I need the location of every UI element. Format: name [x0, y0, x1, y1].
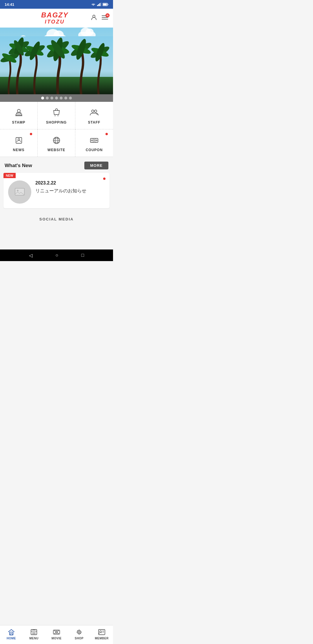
website-icon — [51, 135, 62, 146]
news-label: NEWS — [13, 148, 25, 152]
shopping-icon — [51, 108, 62, 118]
svg-point-39 — [94, 110, 97, 112]
slide-dot-7[interactable] — [69, 97, 72, 100]
svg-point-36 — [54, 115, 55, 116]
slide-dot-2[interactable] — [46, 97, 49, 100]
news-unread-dot — [103, 178, 105, 180]
news-card[interactable]: NEW 2023.2.22 リニューアルのお知らせ — [3, 173, 110, 208]
svg-rect-3 — [101, 3, 101, 6]
stamp-label: STAMP — [12, 120, 25, 124]
svg-point-38 — [92, 110, 94, 112]
svg-rect-6 — [103, 3, 107, 5]
coupon-icon — [89, 135, 99, 146]
slide-dot-5[interactable] — [60, 97, 63, 100]
slide-dot-3[interactable] — [50, 97, 53, 100]
staff-menu-item[interactable]: STAFF — [75, 102, 113, 129]
staff-label: STAFF — [88, 120, 101, 124]
stamp-menu-item[interactable]: STAMP — [0, 102, 38, 129]
palm-trees — [0, 36, 113, 94]
social-media-section: SOCIAL MEDIA — [0, 212, 113, 226]
svg-rect-2 — [99, 3, 100, 6]
svg-point-37 — [57, 115, 58, 116]
signal-icon — [97, 3, 101, 6]
svg-point-48 — [96, 140, 97, 141]
whats-new-title: What's New — [5, 163, 32, 169]
placeholder-image-icon — [14, 188, 25, 196]
svg-point-47 — [91, 140, 92, 141]
slide-dot-4[interactable] — [55, 97, 58, 100]
stamp-icon — [14, 108, 24, 118]
logo-bagzy: BAGZY — [41, 11, 68, 19]
svg-point-55 — [17, 190, 19, 191]
svg-rect-33 — [17, 113, 21, 114]
svg-rect-54 — [15, 188, 24, 195]
header-actions: N — [90, 14, 108, 23]
battery-icon — [103, 3, 108, 6]
slider-indicator — [0, 94, 113, 102]
status-icons — [91, 3, 108, 6]
news-menu-item[interactable]: NEWS — [0, 129, 38, 157]
menu-button[interactable]: N — [101, 15, 108, 22]
website-menu-item[interactable]: WEBSITE — [38, 129, 75, 157]
wifi-icon — [91, 3, 96, 6]
website-label: WEBSITE — [48, 148, 65, 152]
news-title-text: リニューアルのお知らせ — [35, 188, 105, 194]
new-badge: NEW — [3, 173, 16, 178]
staff-icon — [89, 108, 99, 118]
news-icon — [14, 135, 24, 146]
logo: BAGZY ITOZU — [19, 11, 90, 25]
svg-point-34 — [17, 109, 20, 112]
svg-rect-0 — [97, 5, 98, 6]
profile-button[interactable] — [90, 14, 97, 23]
slide-dot-1[interactable] — [41, 97, 44, 100]
coupon-notification-dot — [105, 133, 108, 135]
status-time: 14:41 — [5, 2, 14, 7]
coupon-menu-item[interactable]: COUPON — [75, 129, 113, 157]
hero-banner[interactable] — [0, 28, 113, 94]
whats-new-section: What's New MORE — [0, 157, 113, 173]
back-button[interactable]: ◁ — [29, 253, 32, 258]
status-bar: 14:41 — [0, 0, 113, 9]
coupon-label: COUPON — [86, 148, 103, 152]
recents-button[interactable]: □ — [81, 253, 84, 258]
main-grid-menu: STAMP SHOPPING STAFF NEWS — [0, 102, 113, 157]
app-header: BAGZY ITOZU N — [0, 9, 113, 28]
slide-dot-6[interactable] — [64, 97, 67, 100]
more-button[interactable]: MORE — [84, 162, 108, 169]
svg-point-7 — [93, 15, 95, 17]
social-media-title: SOCIAL MEDIA — [39, 217, 74, 221]
android-nav-bar: ◁ ○ □ — [0, 249, 113, 261]
logo-itozu: ITOZU — [41, 19, 68, 25]
news-date: 2023.2.22 — [35, 180, 105, 186]
svg-rect-5 — [108, 4, 108, 5]
news-thumbnail — [8, 180, 31, 204]
news-notification-dot — [30, 133, 32, 135]
shopping-menu-item[interactable]: SHOPPING — [38, 102, 75, 129]
menu-notification-badge: N — [105, 13, 110, 17]
news-content: 2023.2.22 リニューアルのお知らせ — [35, 178, 105, 194]
shopping-label: SHOPPING — [46, 120, 67, 124]
home-button[interactable]: ○ — [55, 253, 58, 258]
svg-rect-1 — [98, 4, 99, 6]
svg-point-40 — [18, 138, 20, 140]
